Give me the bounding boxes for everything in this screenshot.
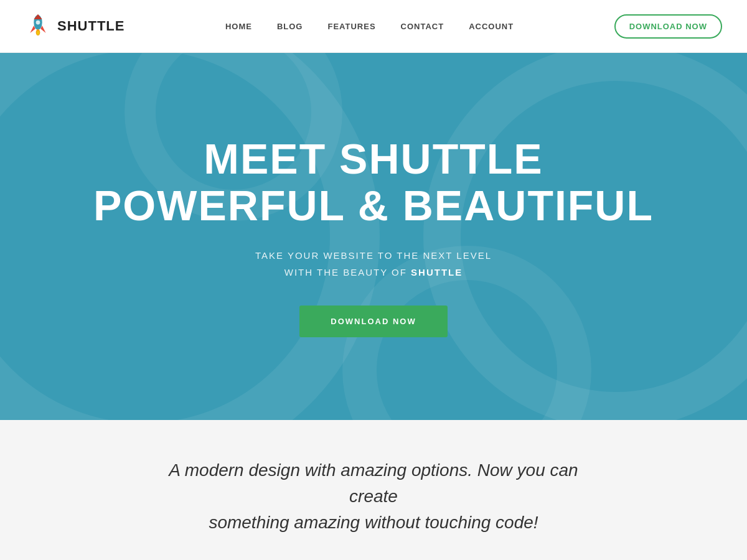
hero-download-button[interactable]: DOWNLOAD NOW	[299, 306, 447, 337]
hero-section: MEET SHUTTLE POWERFUL & BEAUTIFUL TAKE Y…	[0, 53, 747, 420]
main-nav: HOME BLOG FEATURES CONTACT ACCOUNT	[225, 22, 514, 31]
hero-content: MEET SHUTTLE POWERFUL & BEAUTIFUL TAKE Y…	[93, 136, 654, 338]
hero-title-line2: POWERFUL & BEAUTIFUL	[93, 182, 654, 229]
tagline-line1: A modern design with amazing options. No…	[169, 460, 578, 506]
svg-point-4	[36, 21, 40, 25]
nav-item-contact[interactable]: CONTACT	[401, 22, 444, 31]
hero-title-line1: MEET SHUTTLE	[204, 135, 543, 182]
logo[interactable]: SHUTTLE	[25, 13, 125, 39]
tagline-section: A modern design with amazing options. No…	[0, 420, 747, 560]
nav-item-account[interactable]: ACCOUNT	[469, 22, 514, 31]
tagline-line2: something amazing without touching code!	[209, 513, 538, 532]
nav-item-blog[interactable]: BLOG	[277, 22, 303, 31]
rocket-icon	[25, 13, 51, 39]
header: SHUTTLE HOME BLOG FEATURES CONTACT ACCOU…	[0, 0, 747, 53]
svg-marker-1	[34, 14, 42, 19]
hero-subtitle-line2-bold: SHUTTLE	[411, 267, 463, 278]
hero-title: MEET SHUTTLE POWERFUL & BEAUTIFUL	[93, 136, 654, 229]
hero-subtitle-line2-plain: WITH THE BEAUTY OF	[284, 267, 411, 278]
header-download-button[interactable]: DOWNLOAD NOW	[614, 14, 722, 39]
nav-item-home[interactable]: HOME	[225, 22, 252, 31]
svg-point-6	[37, 31, 39, 35]
hero-subtitle: TAKE YOUR WEBSITE TO THE NEXT LEVEL WITH…	[93, 247, 654, 281]
logo-text: SHUTTLE	[57, 18, 125, 34]
tagline-text: A modern design with amazing options. No…	[156, 457, 591, 536]
nav-item-features[interactable]: FEATURES	[327, 22, 375, 31]
hero-subtitle-line1: TAKE YOUR WEBSITE TO THE NEXT LEVEL	[255, 250, 492, 261]
